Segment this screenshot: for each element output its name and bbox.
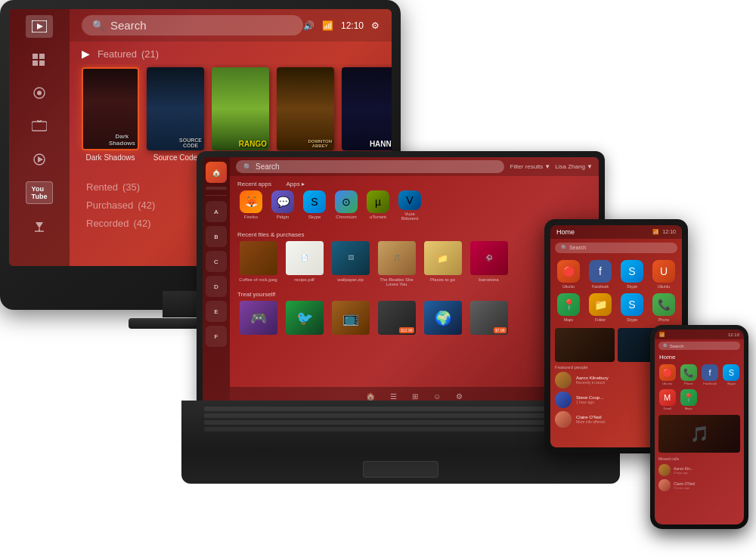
movie-card-downton[interactable]: DOWNTONABBEY bbox=[277, 67, 334, 150]
tablet-app-ubuntu[interactable]: 🔴 Ubuntu bbox=[555, 260, 582, 289]
movie-card-dark-shadows[interactable]: DarkShadows bbox=[82, 67, 139, 150]
tablet-app-skype2[interactable]: S Skype bbox=[618, 293, 646, 322]
laptop-sidebar-icon-4[interactable]: C bbox=[206, 251, 227, 272]
movie-card-hanna[interactable]: HANNA bbox=[342, 67, 392, 150]
tablet-search-icon: 🔍 bbox=[561, 245, 569, 250]
laptop-file-thumb-wallpaper: 🖼 bbox=[332, 241, 370, 275]
laptop-search-box[interactable]: 🔍 Search bbox=[236, 160, 504, 173]
laptop-treat-5[interactable]: 🌍 bbox=[422, 301, 463, 346]
tv-sidebar-video-icon[interactable] bbox=[26, 15, 53, 38]
laptop-bottom-icon-4: ☺ bbox=[433, 392, 441, 401]
movie-card-rango[interactable]: RANGO bbox=[212, 67, 269, 150]
laptop-app-utorrent[interactable]: µ uTorrent bbox=[364, 190, 392, 221]
tablet-app-phone[interactable]: 📞 Phone bbox=[650, 293, 677, 322]
tv-search-text: Search bbox=[110, 19, 147, 32]
phone-maps-icon: 📍 bbox=[680, 389, 697, 406]
laptop-sidebar-divider bbox=[206, 195, 227, 196]
tablet-app-maps[interactable]: 📍 Maps bbox=[555, 293, 582, 322]
laptop-vuze-label: VuzeBittorent bbox=[401, 212, 418, 221]
tv-sidebar-grid-icon[interactable] bbox=[26, 48, 53, 71]
tablet-ubuntu2-icon: U bbox=[652, 260, 675, 283]
phone-app-facebook[interactable]: f Facebook bbox=[702, 364, 719, 385]
phone-contact-avatar-2 bbox=[658, 479, 671, 491]
phone-contact-avatar-1 bbox=[658, 464, 671, 476]
phone-home-title: Home bbox=[655, 352, 744, 362]
laptop-chromium-icon: ⊙ bbox=[335, 190, 358, 213]
tv-featured-section: ▶ Featured(21) bbox=[70, 42, 392, 64]
laptop-app-vuze[interactable]: V VuzeBittorent bbox=[396, 190, 423, 221]
tv-settings-icon: ⚙ bbox=[371, 20, 380, 31]
laptop-skype-label: Skype bbox=[308, 215, 321, 219]
laptop-app-pidgin[interactable]: 💬 Pidgin bbox=[269, 190, 296, 221]
svg-rect-3 bbox=[39, 54, 45, 59]
laptop-app-skype[interactable]: S Skype bbox=[301, 190, 328, 221]
phone-search-text: Search bbox=[670, 344, 684, 348]
laptop-treat-3[interactable]: 📺 bbox=[330, 301, 371, 346]
tablet-ubuntu2-label: Ubuntu bbox=[658, 284, 670, 289]
phone-app-skype[interactable]: S Skype bbox=[723, 364, 740, 385]
laptop-keyboard-row-visual-4 bbox=[204, 427, 597, 432]
laptop-file-places[interactable]: 📁 Places to go bbox=[422, 241, 463, 286]
laptop-treat-4[interactable]: $12.99 bbox=[376, 301, 417, 346]
phone-search-icon: 🔍 bbox=[663, 344, 670, 348]
tv-sidebar-download-icon[interactable] bbox=[26, 215, 53, 237]
phone-app-gmail[interactable]: M Gmail bbox=[658, 389, 676, 410]
laptop-sidebar-icon-3[interactable]: B bbox=[206, 226, 227, 247]
laptop-recent-apps-section: Recent apps Apps ▸ 🦊 Firefox 💬 Pidgin bbox=[230, 176, 599, 230]
tablet-facebook-label: Facebook bbox=[592, 284, 609, 289]
movie-cover-text-downton: DOWNTONABBEY bbox=[308, 139, 332, 148]
tablet-app-skype[interactable]: S Skype bbox=[618, 260, 646, 289]
tv-purchased-label: Purchased bbox=[86, 200, 133, 211]
laptop-sidebar-icon-2[interactable]: A bbox=[206, 201, 227, 222]
tablet-media-thumb-1[interactable] bbox=[555, 328, 615, 362]
laptop-file-beatles[interactable]: 🎵 The Beatles She Loves You bbox=[376, 241, 417, 286]
laptop-sidebar-home-icon[interactable]: 🏠 bbox=[206, 162, 227, 183]
movie-card-source-code[interactable]: SOURCECODE bbox=[147, 67, 204, 150]
laptop-treat-2[interactable]: 🐦 bbox=[284, 301, 325, 346]
tv-status-bar: 🔊 📶 12:10 ⚙ bbox=[303, 20, 380, 31]
tv-rented-count: (35) bbox=[122, 181, 140, 193]
laptop-file-wallpaper[interactable]: 🖼 wallpaper.zip bbox=[330, 241, 371, 286]
laptop-treat-1[interactable]: 🎮 bbox=[237, 301, 279, 346]
laptop-file-coffee[interactable]: Coffee of rock.jpeg bbox=[237, 241, 279, 286]
laptop-sidebar-icon-7[interactable]: F bbox=[206, 326, 227, 347]
phone-phone-label: Phone bbox=[684, 382, 693, 385]
tv-sidebar-music-icon[interactable] bbox=[26, 82, 53, 104]
phone-app-ubuntu[interactable]: 🔴 Ubuntu bbox=[658, 364, 676, 385]
laptop-sidebar: 🏠 A B C D E F bbox=[203, 157, 230, 405]
tv-wifi-icon: 📶 bbox=[322, 20, 333, 31]
tablet-avatar-1 bbox=[555, 372, 572, 388]
tablet-facebook-icon: f bbox=[589, 260, 612, 283]
phone-device: 📶 12:10 🔍 Search Home 🔴 Ubuntu � bbox=[650, 325, 756, 544]
svg-marker-1 bbox=[37, 23, 43, 29]
movie-cover-text-rango: RANGO bbox=[239, 140, 267, 148]
laptop-sidebar-icon-5[interactable]: D bbox=[206, 276, 227, 297]
phone-app-maps[interactable]: 📍 Maps bbox=[680, 389, 697, 410]
phone-app-phone[interactable]: 📞 Phone bbox=[680, 364, 697, 385]
laptop-sidebar-icon-6[interactable]: E bbox=[206, 301, 227, 322]
tv-sidebar-tv-icon[interactable] bbox=[26, 115, 53, 138]
tv-sidebar-youtube-icon[interactable]: YouTube bbox=[26, 181, 53, 204]
svg-rect-8 bbox=[32, 122, 47, 131]
tv-search-box[interactable]: 🔍 Search bbox=[82, 15, 303, 36]
laptop-file-recipe[interactable]: 📄 recipe.pdf bbox=[284, 241, 325, 286]
laptop-key-row-1 bbox=[204, 407, 597, 411]
laptop-treat-6[interactable]: $7.99 bbox=[468, 301, 510, 346]
tablet-app-facebook[interactable]: f Facebook bbox=[587, 260, 614, 289]
laptop-trackpad[interactable] bbox=[363, 461, 438, 478]
tablet-app-ubuntu2[interactable]: U Ubuntu bbox=[650, 260, 677, 289]
tablet-folder-icon: 📁 bbox=[589, 293, 612, 316]
phone-media-thumb[interactable]: 🎵 bbox=[658, 415, 740, 453]
tv-sidebar-play-icon[interactable] bbox=[26, 148, 53, 171]
tablet-app-folder[interactable]: 📁 Folder bbox=[587, 293, 614, 322]
tv-topbar: 🔍 Search 🔊 📶 12:10 ⚙ bbox=[70, 9, 392, 42]
laptop-key-row-3 bbox=[204, 420, 597, 425]
phone-search-bar[interactable]: 🔍 Search bbox=[658, 342, 740, 350]
laptop-treat-title: Treat yourself! bbox=[237, 291, 591, 298]
laptop-sidebar-icon-1[interactable] bbox=[206, 187, 227, 190]
laptop-file-barca[interactable]: ⚽ barcelona bbox=[468, 241, 510, 286]
tablet-search-bar[interactable]: 🔍 Search bbox=[555, 243, 677, 253]
movie-item-dark-shadows[interactable]: DarkShadows Dark Shadows bbox=[82, 67, 139, 170]
laptop-app-chromium[interactable]: ⊙ Chromium bbox=[333, 190, 360, 221]
laptop-app-firefox[interactable]: 🦊 Firefox bbox=[237, 190, 265, 221]
